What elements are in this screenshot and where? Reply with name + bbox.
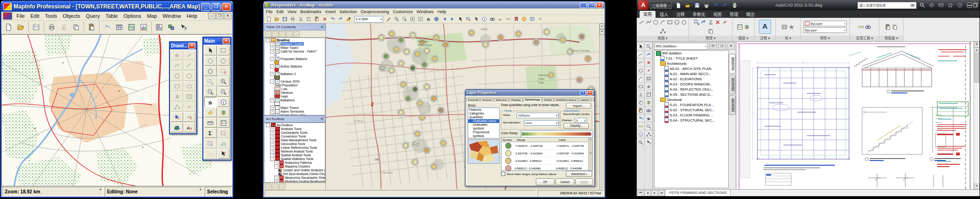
new-icon[interactable]	[2, 22, 15, 33]
drag-window-icon[interactable]	[694, 19, 700, 25]
undo-icon[interactable]	[101, 22, 113, 33]
new-browser-icon[interactable]	[113, 22, 125, 33]
plot-icon[interactable]	[702, 1, 710, 9]
class-row[interactable]: -7.626674 - -2.694739-7.626674 - -2.6947…	[502, 142, 592, 150]
zoom-in-tool[interactable]	[217, 77, 230, 86]
help-icon[interactable]: ?	[177, 22, 190, 33]
change-view-tool[interactable]: ?	[217, 87, 230, 97]
save-icon[interactable]	[281, 15, 289, 23]
text-tool[interactable]: A	[171, 92, 183, 101]
show-item-charts[interactable]: Charts	[468, 138, 499, 138]
tab-labels[interactable]: Labels	[579, 98, 591, 102]
menu-customize[interactable]: Customize	[391, 9, 415, 14]
reshape-tool[interactable]	[171, 102, 183, 112]
panel-label[interactable]: 图层 ▾	[733, 36, 754, 41]
layer-control-tool[interactable]	[217, 107, 230, 117]
help-pointer-tool[interactable]: ?	[217, 149, 230, 159]
panel-label[interactable]: 块 ▾	[776, 36, 800, 41]
panel-label[interactable]: 注释 ▾	[755, 36, 775, 41]
copy-icon[interactable]	[708, 28, 714, 34]
rectangle-tool[interactable]	[171, 81, 183, 91]
menu-map[interactable]: Map	[144, 13, 160, 19]
cut-icon[interactable]	[708, 19, 714, 25]
close-button[interactable]: ✕	[587, 90, 593, 95]
tree-row[interactable]: −Mapping Clusters	[264, 164, 325, 168]
mdi-close-icon[interactable]: ✕	[224, 13, 231, 19]
arctoolbox-header[interactable]: ArcToolbox ✕	[264, 115, 325, 122]
new-layout-icon[interactable]	[153, 22, 165, 33]
menu-help[interactable]: Help	[436, 9, 448, 14]
measure-icon[interactable]	[637, 122, 644, 130]
cut-icon[interactable]	[297, 15, 305, 23]
redistricter-icon[interactable]	[165, 22, 177, 33]
editor-icon[interactable]	[385, 15, 393, 23]
panel-label[interactable]: 实用工具 ▾	[850, 36, 879, 41]
tree-row[interactable]: S-02 - STRUCTURAL SEC...	[655, 107, 728, 113]
binoculars-icon[interactable]	[488, 15, 496, 23]
show-class-ranges-checkbox[interactable]: Show class ranges using feature values	[501, 172, 556, 176]
cut-icon[interactable]	[637, 91, 644, 98]
layer-control-icon[interactable]	[744, 24, 750, 30]
nav-pan-icon[interactable]: ✥	[974, 42, 980, 47]
measure-icon[interactable]	[858, 24, 864, 30]
tab-joins-relates[interactable]: Joins & Relates	[591, 98, 594, 102]
navigation-bar[interactable]: ✥ ▲ ▼	[973, 42, 980, 189]
assign-district-tool[interactable]	[204, 138, 217, 148]
ribbon-tab[interactable]: 管理	[726, 11, 742, 18]
panel-label[interactable]: 绘图 ▾	[637, 36, 688, 41]
copy-icon[interactable]	[892, 24, 898, 30]
info-icon[interactable]: i	[480, 15, 488, 23]
boundary-select-tool[interactable]	[204, 66, 217, 76]
col-label[interactable]: Label	[558, 138, 592, 141]
map-vertical-scrollbar[interactable]: ▲ ▼	[599, 23, 604, 190]
tree-row[interactable]: +Analyzing Patterns	[264, 161, 325, 164]
help-icon[interactable]: ?	[956, 1, 964, 9]
close-icon[interactable]: ✕	[320, 117, 324, 121]
add-node-icon[interactable]	[722, 19, 728, 25]
next-layout-icon[interactable]: ▸	[651, 190, 658, 196]
tree-row[interactable]: +✓Battalion 2	[264, 72, 325, 76]
tool-icon[interactable]	[645, 83, 652, 90]
tool-icon[interactable]	[645, 107, 652, 114]
side-tab[interactable]: 图纸列表	[729, 54, 736, 74]
line-style-tool[interactable]: ?	[184, 112, 196, 122]
print-icon[interactable]	[46, 22, 58, 33]
minimize-button[interactable]: —	[967, 2, 972, 8]
polyline-icon[interactable]	[646, 19, 652, 25]
print-icon[interactable]	[289, 15, 297, 23]
clear-sel-icon[interactable]	[464, 15, 472, 23]
new-mapper-icon[interactable]	[125, 22, 138, 33]
color-ramp-combo[interactable]: ▾	[521, 130, 593, 138]
select-icon[interactable]	[456, 15, 464, 23]
save-icon[interactable]	[30, 22, 42, 33]
tool-icon[interactable]: ?	[645, 138, 652, 146]
search-tab-icon[interactable]	[279, 184, 286, 190]
toc-tree[interactable]: −Reading+✓Hotspot Cluster+✓Major Types+✓…	[264, 38, 325, 115]
arcmap-titlebar[interactable]: Responders - ArcMap - ArcInfo _ ❐ ✕	[264, 2, 604, 8]
menu-table[interactable]: Table	[103, 13, 121, 19]
menu-window[interactable]: Window	[160, 13, 184, 19]
symbology-class-rows[interactable]: -7.626674 - -2.694739-7.626674 - -2.6947…	[502, 142, 592, 172]
polygon-icon[interactable]	[674, 19, 680, 25]
satellite-icon[interactable]	[927, 1, 936, 9]
tree-row[interactable]: A-02 - ELEVATIONS	[655, 77, 728, 82]
new-grapher-icon[interactable]	[138, 22, 150, 33]
undo-icon[interactable]	[329, 15, 337, 23]
tool-icon[interactable]	[645, 91, 652, 98]
col-symbol[interactable]: Symbol	[502, 138, 516, 141]
region-style-tool[interactable]: ?	[171, 122, 183, 132]
arc-tool[interactable]	[184, 61, 196, 70]
unselect-all-tool[interactable]	[217, 66, 230, 76]
back-icon[interactable]	[440, 15, 448, 23]
tab-symbology[interactable]: Symbology	[523, 97, 542, 102]
tree-row[interactable]: Cluster and Outlier Analysis (Anseli...	[264, 168, 325, 172]
close-button[interactable]: ✕	[222, 3, 231, 11]
status-zoom[interactable]: Zoom: 18.92 km▲	[2, 187, 103, 196]
tool-icon[interactable]	[645, 75, 652, 82]
ellipse-icon[interactable]	[637, 67, 644, 74]
tool-icon[interactable]	[645, 122, 652, 130]
color-combo[interactable]: ByLayer▾	[803, 21, 847, 26]
tree-row[interactable]: A-05 - SECTIONS AND D...	[655, 92, 728, 97]
binoculars-icon[interactable]	[865, 24, 871, 30]
menu-objects[interactable]: Objects	[60, 13, 83, 19]
